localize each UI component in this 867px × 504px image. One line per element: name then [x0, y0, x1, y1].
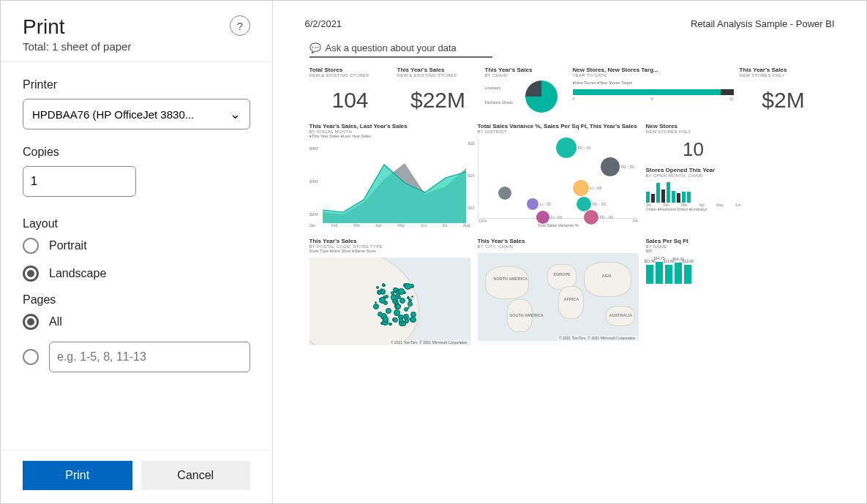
map-label: ASIA: [602, 274, 612, 278]
chat-icon: 💬: [309, 42, 321, 53]
legend-item: Fashions Direct: [485, 100, 513, 105]
tick: 5: [650, 97, 653, 101]
legend-item: New Store: [332, 249, 351, 253]
legend-item: Last Year Sales: [343, 134, 371, 138]
help-button[interactable]: ?: [230, 15, 250, 36]
layout-label: Layout: [23, 217, 250, 230]
tick: 0%: [633, 219, 639, 223]
bar-chart-icon: [573, 89, 734, 95]
tile-title: This Year's Sales: [397, 67, 479, 73]
preview-date: 6/2/2021: [305, 18, 342, 29]
svg-text:$3M: $3M: [309, 179, 318, 184]
map-copyright: © 2021 TomTom, © 2021 Microsoft Corporat…: [558, 336, 637, 340]
bubble-icon: [498, 187, 511, 200]
tick: May: [397, 223, 405, 227]
legend-item: This Year Sales: [312, 134, 339, 138]
pages-range-input[interactable]: [49, 342, 250, 372]
tile-title: This Year's Sales, Last Year's Sales: [309, 123, 470, 129]
copies-input[interactable]: [23, 166, 136, 197]
tile-title: New Stores, New Stores Targ...: [573, 67, 734, 73]
tile-area-chart: This Year's Sales, Last Year's Sales BY …: [309, 123, 470, 227]
map-copyright: © 2021 TomTom, © 2021 Microsoft Corporat…: [389, 340, 469, 345]
tick: 0: [573, 97, 575, 101]
tick: Aug: [463, 223, 470, 227]
printer-select[interactable]: HPDBAA76 (HP OfficeJet 3830... ⌄: [23, 99, 250, 129]
legend-label: Store Type: [309, 249, 329, 253]
scatter-chart-icon: $15 $14 $13 FD - 01FD - 02LI - 03FD - 03…: [478, 138, 639, 219]
tick: $15: [468, 141, 475, 146]
bubble-icon: [584, 210, 598, 225]
bubble-label: LI - 03: [590, 186, 602, 190]
bubble-icon: [577, 197, 591, 211]
qa-input-row[interactable]: 💬 Ask a question about your data: [309, 42, 492, 58]
legend-item: Lindseys: [485, 86, 513, 90]
tile-title: Stores Opened This Year: [646, 167, 741, 173]
bubble-icon: [573, 180, 589, 196]
tile-sales-sqft: Sales Per Sq Ft BY NAME $20 $12.96 $14.7…: [646, 238, 741, 345]
tile-sub: BY CITY, CHAIN: [478, 244, 639, 249]
tile-title: New Stores: [646, 123, 741, 129]
svg-text:$2M: $2M: [309, 212, 318, 217]
legend-item: Same Store: [354, 249, 375, 253]
layout-portrait-option[interactable]: Portrait: [23, 238, 250, 254]
tile-sub: NEW STORES ONLY: [740, 73, 827, 78]
map-label: SOUTH AMERICA: [510, 313, 544, 317]
bubble-icon: [556, 138, 577, 158]
tick: -10%: [478, 219, 487, 223]
map-icon: © 2021 TomTom, © 2021 Microsoft Corporat…: [309, 257, 470, 345]
dialog-title: Print: [23, 15, 131, 39]
qa-prompt-text: Ask a question about your data: [326, 42, 457, 53]
tile-sub: NEW & EXISTING STORES: [397, 73, 479, 78]
bar-value: $13.08: [683, 259, 694, 263]
tick: Feb: [331, 223, 337, 227]
tile-title: This Year's Sales: [740, 67, 827, 73]
layout-portrait-label: Portrait: [49, 239, 87, 252]
map-label: AFRICA: [564, 297, 579, 301]
legend-item: Fashions Direct: [660, 207, 688, 211]
bubble-label: LI - 02: [540, 202, 552, 206]
tile-sub: YEAR TO DATE: [573, 73, 734, 78]
tile-map-postal: This Year's Sales BY POSTAL CODE, STORE …: [309, 238, 470, 345]
print-button[interactable]: Print: [23, 461, 132, 490]
world-map-icon: NORTH AMERICA EUROPE ASIA AFRICA SOUTH A…: [478, 253, 639, 341]
tile-new-stores: New Stores NEW STORES ONLY 10: [646, 123, 741, 161]
pages-label: Pages: [23, 293, 250, 306]
tile-title: Total Stores: [309, 67, 391, 73]
tick: Mar: [353, 223, 360, 227]
legend-item: New Stores Target: [599, 80, 632, 85]
radio-selected-icon: [23, 314, 39, 330]
tick: Jun: [735, 203, 740, 207]
bubble-icon: [536, 211, 549, 224]
map-label: EUROPE: [554, 272, 571, 277]
tile-value: 10: [646, 138, 741, 161]
tick: Jul: [443, 223, 448, 227]
tile-scatter-chart: Total Sales Variance %, Sales Per Sq Ft,…: [478, 123, 639, 227]
pages-all-option[interactable]: All: [23, 314, 250, 330]
radio-selected-icon: [23, 266, 39, 282]
radio-icon: [23, 349, 39, 365]
chevron-down-icon: ⌄: [230, 106, 241, 122]
print-options-scroll[interactable]: Printer HPDBAA76 (HP OfficeJet 3830... ⌄…: [1, 62, 272, 450]
pages-custom-option[interactable]: [23, 342, 250, 372]
tile-value: $2M: [740, 88, 827, 113]
radio-icon: [23, 238, 39, 254]
tile-title: This Year's Sales: [478, 238, 639, 244]
preview-page: 6/2/2021 Retail Analysis Sample - Power …: [292, 10, 848, 354]
tile-ty-sales-chain: This Year's Sales BY CHAIN Lindseys Fash…: [485, 67, 567, 113]
tick: 10: [729, 97, 733, 101]
tick: $13: [468, 206, 475, 210]
tile-value: 104: [309, 88, 391, 113]
tile-sub: NEW & EXISTING STORES: [309, 73, 391, 78]
preview-doc-title: Retail Analysis Sample - Power BI: [691, 18, 835, 29]
tile-title: This Year's Sales: [485, 67, 567, 73]
layout-landscape-option[interactable]: Landscape: [23, 266, 250, 282]
bubble-label: FD - 03: [593, 202, 606, 206]
cancel-button[interactable]: Cancel: [141, 461, 251, 490]
legend-item: Lindseys: [691, 207, 708, 211]
tick: Apr: [376, 223, 383, 227]
print-preview-pane[interactable]: 6/2/2021 Retail Analysis Sample - Power …: [273, 1, 866, 503]
dialog-subtitle: Total: 1 sheet of paper: [23, 40, 131, 53]
pages-all-label: All: [49, 315, 62, 328]
copies-label: Copies: [23, 146, 250, 159]
map-label: NORTH AMERICA: [494, 277, 528, 281]
